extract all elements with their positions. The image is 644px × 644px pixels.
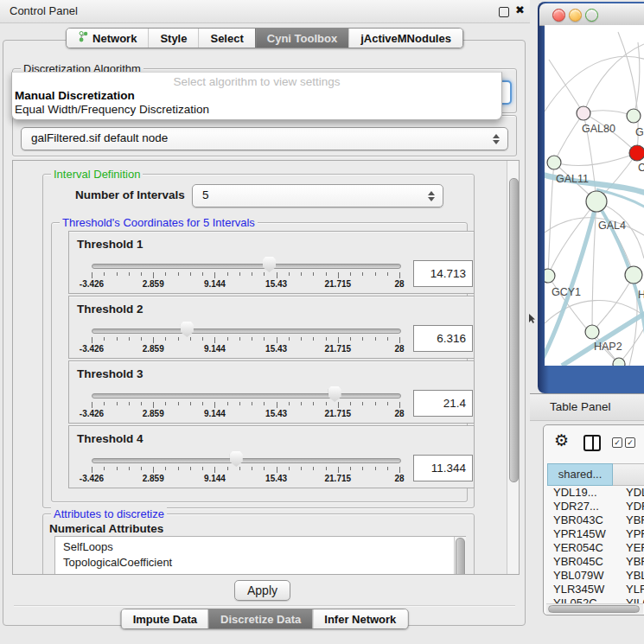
cell-name[interactable]: YDL19... — [619, 486, 644, 500]
network-node-node[interactable] — [613, 358, 625, 366]
column-header-2[interactable]: name — [613, 463, 644, 486]
cell-name[interactable]: YBR043C — [619, 513, 644, 527]
slider-track[interactable] — [92, 328, 401, 334]
table-row[interactable]: YIL052CYIL052C — [547, 596, 644, 603]
minimize-traffic-light-icon[interactable] — [569, 9, 582, 22]
tab-impute-data[interactable]: Impute Data — [122, 609, 208, 628]
network-node-GAL4[interactable] — [586, 191, 607, 212]
table-hscrollbar[interactable] — [546, 603, 643, 614]
cell-name[interactable]: YDR27... — [619, 500, 644, 513]
attribute-list-item[interactable]: TopologicalCoefficient — [55, 555, 465, 571]
threshold-value-field[interactable]: 14.713 — [413, 260, 473, 287]
tick-label: 9.144 — [192, 279, 237, 289]
bottom-tab-bar: Impute DataDiscretize DataInfer Network — [121, 609, 409, 629]
table-panel: ⚙ ✓ ✓ shared...name YDL19...YDL19...YDR2… — [543, 424, 644, 615]
float-window-icon[interactable] — [499, 7, 509, 17]
tab-style[interactable]: Style — [148, 29, 198, 48]
network-node-GAL80[interactable] — [577, 106, 590, 120]
minor-tick — [301, 272, 302, 276]
split-columns-icon[interactable] — [583, 435, 601, 451]
minor-tick — [165, 467, 166, 470]
tick-label: -3.426 — [69, 279, 114, 289]
numerical-attributes-list: SelfLoopsTopologicalCoefficientBetweenne… — [54, 536, 466, 575]
table-row[interactable]: YDL19...YDL19... — [547, 486, 644, 500]
tick-label: 9.144 — [192, 344, 237, 354]
threshold-value-field[interactable]: 21.4 — [413, 390, 473, 417]
cell-name[interactable]: YPR145W — [619, 527, 644, 541]
cell-shared-name[interactable]: YDR27... — [547, 500, 619, 513]
cell-shared-name[interactable]: YDL19... — [547, 486, 619, 500]
tab-jactivemnodules[interactable]: jActiveMNodules — [348, 29, 462, 48]
slider-track[interactable] — [92, 393, 401, 399]
tab-cyni-toolbox[interactable]: Cyni Toolbox — [255, 29, 348, 48]
table-row[interactable]: YDR27...YDR27... — [547, 500, 644, 513]
cell-shared-name[interactable]: YPR145W — [547, 527, 619, 541]
table-row[interactable]: YLR345WYLR345W — [547, 583, 644, 596]
cell-shared-name[interactable]: YBL079W — [547, 569, 619, 583]
slider-thumb[interactable] — [181, 322, 194, 337]
network-node-node[interactable] — [627, 109, 641, 123]
tab-select[interactable]: Select — [198, 29, 254, 48]
network-edge[interactable] — [634, 42, 640, 116]
tab-discretize-data[interactable]: Discretize Data — [208, 609, 312, 628]
attribute-list-item[interactable]: SelfLoops — [55, 539, 465, 555]
cell-shared-name[interactable]: YER054C — [547, 541, 619, 555]
tab-network[interactable]: Network — [67, 29, 148, 48]
table-row[interactable]: YBR045CYBR045C — [547, 555, 644, 569]
network-node-HAP2[interactable] — [585, 325, 599, 339]
table-row[interactable]: YBR043CYBR043C — [547, 513, 644, 527]
network-view[interactable]: GAL80GCGAL11GAL4GCY1HHAP2 — [545, 25, 644, 366]
cell-shared-name[interactable]: YBR043C — [547, 513, 619, 527]
dropdown-item-equal-width-frequency[interactable]: Equal Width/Frequency Discretization — [15, 103, 209, 116]
slider-thumb[interactable] — [263, 257, 276, 272]
gear-icon[interactable]: ⚙ — [554, 432, 569, 449]
cell-shared-name[interactable]: YIL052C — [547, 596, 619, 603]
panel-scrollbar-thumb[interactable] — [509, 178, 519, 482]
table-row[interactable]: YPR145WYPR145W — [547, 527, 644, 541]
network-edge[interactable] — [554, 153, 637, 166]
table-row[interactable]: YBL079WYBL079W — [547, 569, 644, 583]
checkbox-icon[interactable]: ✓ — [612, 437, 622, 448]
network-edge[interactable] — [549, 60, 583, 113]
panel-scrollbar[interactable] — [507, 161, 520, 574]
slider-thumb[interactable] — [328, 386, 341, 402]
network-node-GAL11[interactable] — [547, 156, 561, 169]
cell-name[interactable]: YBR045C — [619, 555, 644, 569]
network-edge[interactable] — [548, 201, 596, 276]
minor-tick — [264, 272, 265, 276]
column-header-1[interactable]: shared... — [547, 463, 613, 486]
network-node-red-node[interactable] — [629, 145, 644, 161]
tab-infer-network[interactable]: Infer Network — [312, 609, 407, 628]
network-node-H-node[interactable] — [625, 266, 642, 284]
table-hscrollbar-thumb[interactable] — [548, 605, 640, 613]
zoom-traffic-light-icon[interactable] — [585, 9, 598, 22]
threshold-value-field[interactable]: 11.344 — [413, 455, 473, 481]
cell-shared-name[interactable]: YBR045C — [547, 555, 619, 569]
slider-track[interactable] — [92, 264, 401, 269]
cell-name[interactable]: YBL079W — [619, 569, 644, 583]
cell-name[interactable]: YLR345W — [619, 583, 644, 596]
cell-shared-name[interactable]: YLR345W — [547, 583, 619, 596]
threshold-panel-1: Threshold 1-3.4262.8599.14415.4321.71528… — [68, 231, 475, 294]
checkbox-icon[interactable]: ✓ — [625, 437, 635, 448]
slider-thumb[interactable] — [230, 451, 243, 467]
network-node-GCY1[interactable] — [545, 269, 555, 283]
attribute-list-item[interactable]: BetweennessCentrality — [55, 571, 465, 575]
dropdown-item-manual-discretization[interactable]: Manual Discretization — [15, 89, 135, 102]
table-data-combo[interactable]: galFiltered.sif default node — [21, 127, 508, 150]
list-scrollbar-thumb[interactable] — [456, 538, 465, 575]
number-of-intervals-spinner[interactable]: 5 — [192, 184, 443, 207]
table-row[interactable]: YER054CYER054C — [547, 541, 644, 555]
cell-name[interactable]: YER054C — [619, 541, 644, 555]
close-icon[interactable]: ✖ — [515, 3, 525, 16]
network-edge[interactable] — [583, 111, 634, 116]
slider-track[interactable] — [92, 458, 401, 463]
network-edge[interactable] — [554, 113, 583, 163]
apply-button[interactable]: Apply — [234, 580, 290, 601]
list-scrollbar[interactable] — [454, 537, 466, 575]
minor-tick — [289, 337, 290, 341]
cell-name[interactable]: YIL052C — [619, 596, 644, 603]
close-traffic-light-icon[interactable] — [552, 9, 565, 22]
threshold-value-field[interactable]: 6.316 — [413, 325, 473, 352]
network-edge[interactable] — [583, 44, 644, 113]
